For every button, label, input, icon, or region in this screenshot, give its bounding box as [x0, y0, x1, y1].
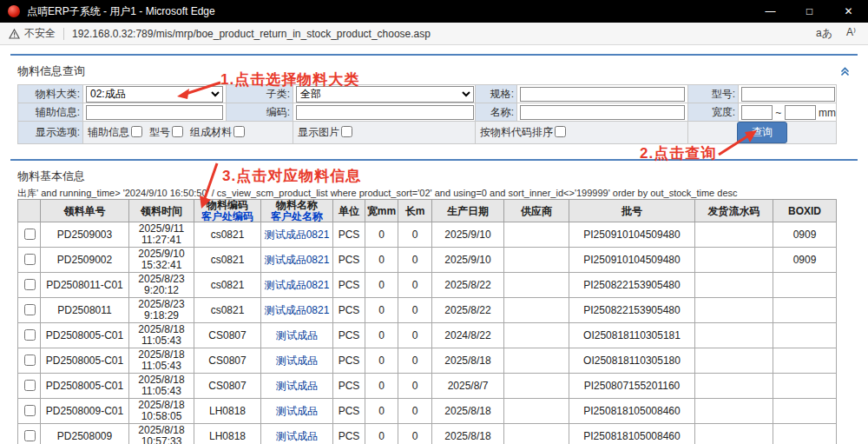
serial-cell [695, 323, 773, 348]
row-checkbox[interactable] [24, 229, 36, 240]
row-checkbox[interactable] [24, 380, 36, 391]
pick-time-cell: 2025/8/239:20:12 [129, 273, 194, 298]
table-row[interactable]: PD2508005-C012025/8/1811:05:43CS0807测试成品… [18, 374, 837, 399]
table-row[interactable]: PD25080112025/8/239:18:29cs0821测试成品0821P… [18, 298, 837, 323]
name-input[interactable] [520, 105, 685, 120]
category-label: 物料大类: [18, 85, 83, 103]
row-checkbox[interactable] [24, 405, 36, 416]
width-max-input[interactable] [785, 105, 816, 120]
boxid-cell: 0909 [773, 222, 837, 248]
spec-input[interactable] [520, 87, 685, 102]
table-row[interactable]: PD25090032025/9/1111:27:41cs0821测试成品0821… [18, 222, 837, 248]
table-row[interactable]: PD2508005-C012025/8/1811:05:43CS0807测试成品… [18, 348, 837, 374]
minimize-button[interactable]: — [751, 0, 790, 23]
code-input[interactable] [296, 105, 474, 120]
display-option: 型号 [149, 126, 183, 138]
row-checkbox[interactable] [24, 279, 36, 290]
unit-cell: PCS [333, 298, 365, 323]
unit-cell: PCS [333, 424, 365, 444]
display-option-checkbox[interactable] [233, 126, 245, 137]
row-select-cell [18, 374, 41, 399]
batch-cell: PI250807155201160 [569, 374, 695, 399]
pick-time-cell: 2025/9/1015:32:41 [129, 248, 194, 273]
translate-icon[interactable]: aあ [816, 26, 832, 41]
read-aloud-icon[interactable]: A⁾ [846, 26, 856, 41]
row-checkbox[interactable] [24, 304, 36, 315]
row-checkbox[interactable] [24, 254, 36, 265]
table-row[interactable]: PD25080092025/8/1810:57:33LH0818测试成品PCS0… [18, 424, 837, 444]
width-cell: 0 [365, 424, 398, 444]
spec-label: 规格: [476, 85, 517, 103]
col-material-name: 物料名称 客户处名称 [261, 200, 333, 222]
display-option-checkbox[interactable] [555, 126, 566, 137]
table-row[interactable]: PD2508011-C012025/8/239:20:12cs0821测试成品0… [18, 273, 837, 298]
serial-cell [695, 248, 773, 273]
batch-cell: PI250818105008460 [569, 424, 695, 444]
width-min-input[interactable] [741, 105, 773, 120]
prod-date-cell: 2025/8/22 [432, 273, 504, 298]
unit-cell: PCS [333, 222, 365, 248]
table-row[interactable]: PD2508005-C012025/8/1811:05:43CS0807测试成品… [18, 323, 837, 348]
model-input[interactable] [741, 87, 835, 102]
unit-cell: PCS [333, 273, 365, 298]
annotation-step3: 3.点击对应物料信息 [222, 166, 361, 186]
supplier-cell [504, 323, 569, 348]
unit-cell: PCS [333, 348, 365, 374]
prod-date-cell: 2025/9/10 [432, 222, 504, 248]
serial-cell [695, 298, 773, 323]
col-unit: 单位 [333, 200, 365, 222]
url-text[interactable]: 192.168.0.32:789/mis/mrp/boe_product_ret… [72, 28, 431, 40]
pick-time-cell: 2025/8/1810:58:05 [129, 399, 194, 424]
app-icon [8, 5, 20, 17]
display-options-group-2: 显示图片 [293, 122, 476, 144]
display-option: 按物料代码排序 [480, 126, 566, 138]
material-name-cell: 测试成品 [261, 424, 333, 444]
maximize-button[interactable]: □ [790, 0, 829, 23]
supplier-cell [504, 399, 569, 424]
order-no-cell: PD2509003 [41, 222, 129, 248]
security-warning-icon [9, 29, 20, 39]
window-titlebar: 点晴ERP子系统 - 用户1 - Microsoft Edge — □ ✕ [0, 0, 868, 23]
display-option: 辅助信息 [88, 126, 142, 138]
code-label: 编码: [227, 103, 293, 122]
material-name-cell: 测试成品0821 [261, 273, 333, 298]
table-row[interactable]: PD25090022025/9/1015:32:41cs0821测试成品0821… [18, 248, 837, 273]
col-serial: 发货流水码 [695, 200, 773, 222]
row-checkbox[interactable] [24, 355, 36, 366]
annotation-arrow-3 [189, 160, 227, 215]
row-select-cell [18, 273, 41, 298]
prod-date-cell: 2025/8/18 [432, 348, 504, 374]
row-checkbox[interactable] [24, 430, 36, 441]
display-option-checkbox[interactable] [172, 126, 183, 137]
display-option-checkbox[interactable] [341, 126, 352, 137]
detail-panel-title: 物料基本信息 [10, 161, 858, 187]
aux-info-input[interactable] [86, 105, 223, 120]
serial-cell [695, 399, 773, 424]
pick-time-cell: 2025/8/1811:05:43 [129, 374, 194, 399]
unit-cell: PCS [333, 374, 365, 399]
close-button[interactable]: ✕ [829, 0, 868, 23]
length-cell: 0 [398, 424, 432, 444]
order-no-cell: PD2508005-C01 [41, 374, 129, 399]
table-row[interactable]: PD2508009-C012025/8/1810:58:05LH0818测试成品… [18, 399, 837, 424]
display-option-label: 显示图片 [298, 126, 339, 138]
browser-window: 点晴ERP子系统 - 用户1 - Microsoft Edge — □ ✕ 不安… [0, 0, 868, 444]
display-option-label: 按物料代码排序 [480, 126, 553, 138]
collapse-panel-icon[interactable] [839, 66, 851, 76]
order-no-cell: PD2508009 [41, 424, 129, 444]
display-option: 组成材料 [190, 126, 245, 138]
prod-date-cell: 2025/8/7 [432, 374, 504, 399]
pick-time-cell: 2025/8/1811:05:43 [129, 348, 194, 374]
display-options-label: 显示选项: [18, 122, 83, 144]
row-select-cell [18, 298, 41, 323]
pick-time-cell: 2025/8/1811:05:43 [129, 323, 194, 348]
model-label: 型号: [688, 85, 739, 103]
row-checkbox[interactable] [24, 329, 36, 341]
security-label[interactable]: 不安全 [24, 26, 56, 41]
material-code-cell: CS0807 [194, 348, 261, 374]
prod-date-cell: 2024/8/22 [432, 323, 504, 348]
material-name-cell: 测试成品 [261, 323, 333, 348]
batch-cell: PI250822153905480 [569, 298, 695, 323]
debug-sql-text: 出库' and running_time> '2024/9/10 16:50:5… [17, 187, 836, 199]
display-option-checkbox[interactable] [131, 126, 142, 137]
